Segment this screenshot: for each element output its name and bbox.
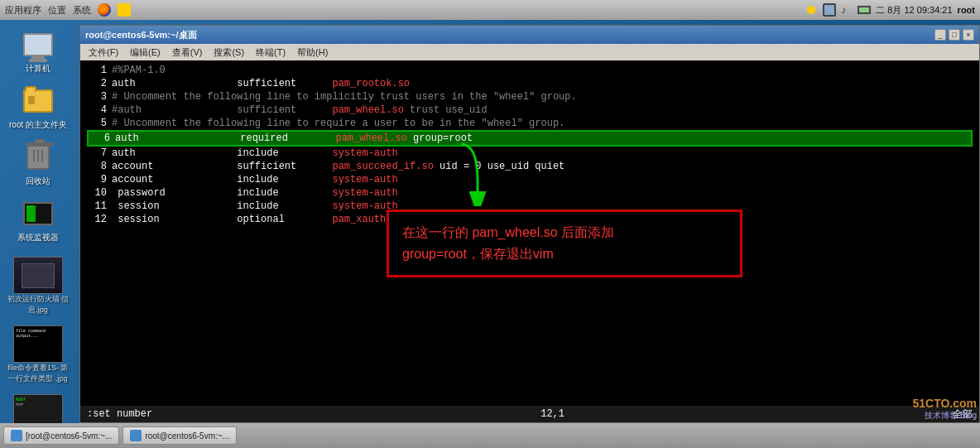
terminal2-icon (130, 430, 142, 441)
menu-search[interactable]: 搜索(S) (209, 45, 249, 60)
thumb-file-cmd-label: file命令查看1S- 第一行文件类型 .jpg (6, 363, 70, 384)
annotation-text-line2: group=root，保存退出vim (402, 243, 727, 265)
thumb-firewall-label: 初次运行防火墙 信息.jpg (6, 294, 70, 316)
green-arrow-svg (428, 140, 494, 206)
menu-terminal[interactable]: 终端(T) (251, 45, 291, 60)
weather-icon (805, 3, 818, 17)
volume-icon: ♪ (841, 4, 853, 16)
sidebar-item-home[interactable]: root 的主文件夹 (5, 81, 71, 134)
term-line-7: 7 auth include system-auth (87, 147, 973, 160)
desktop: 应用程序 位置 系统 ♪ 二 8月 12 09:34:21 root (0, 0, 980, 448)
close-button[interactable]: × (963, 29, 974, 41)
terminal-content[interactable]: 1 #%PAM-1.0 2 auth sufficient pam_rootok… (80, 60, 979, 406)
sidebar-label-computer: 计算机 (26, 63, 50, 75)
annotation-box: 在这一行的 pam_wheel.so 后面添加 group=root，保存退出v… (387, 210, 742, 277)
term-line-10: 10 password include system-auth (87, 186, 973, 200)
sidebar: 计算机 root 的主文件夹 (5, 25, 71, 448)
menu-file[interactable]: 文件(F) (84, 45, 123, 60)
firefox-icon[interactable] (98, 3, 111, 17)
watermark-main: 51CTO.com (912, 397, 977, 410)
term-line-4: 4 #auth sufficient pam_wheel.so trust us… (87, 104, 973, 117)
window-titlebar: root@centos6-5vm:~/桌面 _ □ × (80, 26, 979, 44)
thumb-firewall[interactable]: 初次运行防火墙 信息.jpg (5, 257, 71, 316)
sidebar-item-monitor[interactable]: 系统监视器 (5, 194, 71, 247)
menu-apps[interactable]: 应用程序 (5, 4, 41, 17)
window-title: root@centos6-5vm:~/桌面 (85, 29, 197, 41)
thumb-file-cmd[interactable]: file command output... file命令查看1S- 第一行文件… (5, 325, 71, 384)
sidebar-label-home: root 的主文件夹 (9, 119, 67, 131)
menu-edit[interactable]: 编辑(E) (125, 45, 166, 60)
sidebar-label-monitor: 系统监视器 (17, 232, 59, 243)
taskbar-btn-terminal1[interactable]: [root@centos6-5vm:~... (3, 426, 119, 445)
taskbar-top-right: ♪ 二 8月 12 09:34:21 root (805, 3, 975, 17)
system-monitor-icon (22, 197, 55, 230)
term-line-6: 6 auth required pam_wheel.so group=root (87, 130, 973, 147)
watermark-sub: 技术博客 Blog (912, 410, 977, 422)
term-line-2: 2 auth sufficient pam_rootok.so (87, 77, 973, 90)
term-line-3: 3 # Uncomment the following line to impl… (87, 90, 973, 104)
status-pos: 12,1 (540, 408, 564, 420)
maximize-button[interactable]: □ (949, 29, 960, 41)
taskbar-btn-terminal2-label: root@centos6-5vm:~... (145, 431, 229, 441)
term-line-5: 5 # Uncomment the following line to requ… (87, 117, 973, 130)
menu-system[interactable]: 系统 (73, 4, 91, 17)
sidebar-item-computer[interactable]: 计算机 (5, 25, 71, 78)
computer-icon (22, 28, 55, 61)
taskbar-top: 应用程序 位置 系统 ♪ 二 8月 12 09:34:21 root (0, 0, 980, 20)
term-line-8: 8 account sufficient pam_succeed_if.so u… (87, 160, 973, 173)
annotation-text-line1: 在这一行的 pam_wheel.so 后面添加 (402, 222, 727, 243)
menu-places[interactable]: 位置 (48, 4, 66, 17)
time-display: 二 8月 12 09:34:21 (876, 4, 952, 17)
menu-view[interactable]: 查看(V) (167, 45, 208, 60)
terminal-window: root@centos6-5vm:~/桌面 _ □ × 文件(F) 编辑(E) … (79, 25, 980, 423)
taskbar-bottom: [root@centos6-5vm:~... root@centos6-5vm:… (0, 423, 980, 448)
terminal-statusbar: :set number 12,1 全部 (80, 406, 979, 422)
term-line-9: 9 account include system-auth (87, 173, 973, 186)
term-line-1: 1 #%PAM-1.0 (87, 64, 973, 77)
network-icon (823, 3, 836, 17)
taskbar-btn-terminal1-label: [root@centos6-5vm:~... (26, 431, 112, 441)
home-folder-icon (22, 84, 55, 118)
user-label: root (958, 5, 975, 15)
watermark: 51CTO.com 技术博客 Blog (912, 397, 977, 422)
terminal-icon (11, 430, 22, 441)
status-cmd: :set number (87, 408, 152, 420)
taskbar-top-left: 应用程序 位置 系统 (5, 3, 131, 17)
trash-icon (22, 141, 55, 174)
menu-help[interactable]: 帮助(H) (292, 45, 333, 60)
window-controls: _ □ × (934, 29, 974, 41)
taskbar-btn-terminal2[interactable]: root@centos6-5vm:~... (122, 426, 237, 445)
minimize-button[interactable]: _ (934, 29, 946, 41)
sidebar-item-trash[interactable]: 回收站 (5, 137, 71, 190)
sidebar-label-trash: 回收站 (26, 176, 50, 187)
battery-icon (858, 6, 871, 14)
window-menubar: 文件(F) 编辑(E) 查看(V) 搜索(S) 终端(T) 帮助(H) (80, 44, 979, 60)
edit-icon[interactable] (118, 3, 131, 17)
